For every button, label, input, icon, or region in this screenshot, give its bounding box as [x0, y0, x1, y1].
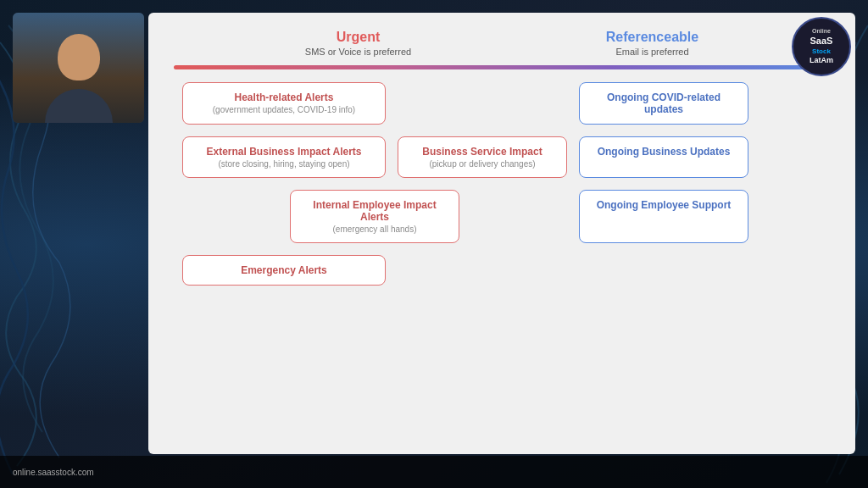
logo-saas: SaaS [810, 35, 833, 47]
covid-updates-card: Ongoing COVID-related updates [579, 82, 748, 125]
referenceable-label: Referenceable [606, 30, 698, 45]
biz-service-sub: (pickup or delivery changes) [410, 159, 554, 169]
emergency-alerts-card: Emergency Alerts [182, 255, 386, 286]
bottom-bar: online.saasstock.com [0, 456, 868, 488]
ongoing-emp-card: Ongoing Employee Support [579, 190, 748, 243]
health-alerts-title: Health-related Alerts [195, 92, 373, 103]
internal-emp-title: Internal Employee Impact Alerts [303, 199, 447, 223]
urgent-column-header: Urgent SMS or Voice is preferred [305, 30, 411, 57]
logo-latam: LatAm [810, 56, 833, 66]
emergency-alerts-title: Emergency Alerts [195, 264, 373, 276]
webcam-head [58, 34, 100, 80]
ongoing-biz-title: Ongoing Business Updates [592, 146, 736, 158]
main-wrapper: Online SaaS Stock LatAm Urgent SMS or Vo… [0, 0, 868, 488]
slide-header: Urgent SMS or Voice is preferred Referen… [174, 30, 830, 57]
internal-emp-wrapper: Internal Employee Impact Alerts (emergen… [182, 190, 567, 243]
cards-area: Health-related Alerts (government update… [174, 82, 830, 286]
ongoing-emp-title: Ongoing Employee Support [592, 199, 736, 211]
health-alerts-sub: (government updates, COVID-19 info) [195, 105, 373, 114]
biz-service-card: Business Service Impact (pickup or deliv… [398, 136, 567, 178]
webcam-body [45, 89, 113, 123]
biz-service-title: Business Service Impact [410, 146, 554, 158]
urgent-sub-label: SMS or Voice is preferred [305, 47, 411, 57]
slide-content: Urgent SMS or Voice is preferred Referen… [148, 13, 855, 454]
webcam [13, 13, 144, 123]
internal-emp-card: Internal Employee Impact Alerts (emergen… [290, 190, 459, 243]
saasstock-logo: Online SaaS Stock LatAm [792, 17, 851, 76]
bottom-text: online.saasstock.com [13, 468, 94, 477]
logo-text: Online SaaS Stock LatAm [810, 27, 833, 65]
ext-biz-card: External Business Impact Alerts (store c… [182, 136, 386, 178]
webcam-person [13, 13, 144, 123]
referenceable-column-header: Referenceable Email is preferred [606, 30, 698, 57]
referenceable-sub-label: Email is preferred [606, 47, 698, 57]
ext-biz-sub: (store closing, hiring, staying open) [195, 159, 373, 169]
logo-online: Online [810, 27, 833, 35]
urgent-label: Urgent [305, 30, 411, 45]
internal-emp-sub: (emergency all hands) [303, 225, 447, 234]
logo-stock: Stock [810, 47, 833, 56]
ongoing-biz-card: Ongoing Business Updates [579, 136, 748, 178]
covid-updates-title: Ongoing COVID-related updates [592, 92, 736, 115]
health-alerts-card: Health-related Alerts (government update… [182, 82, 386, 125]
ext-biz-title: External Business Impact Alerts [195, 146, 373, 158]
gradient-bar [174, 65, 830, 69]
